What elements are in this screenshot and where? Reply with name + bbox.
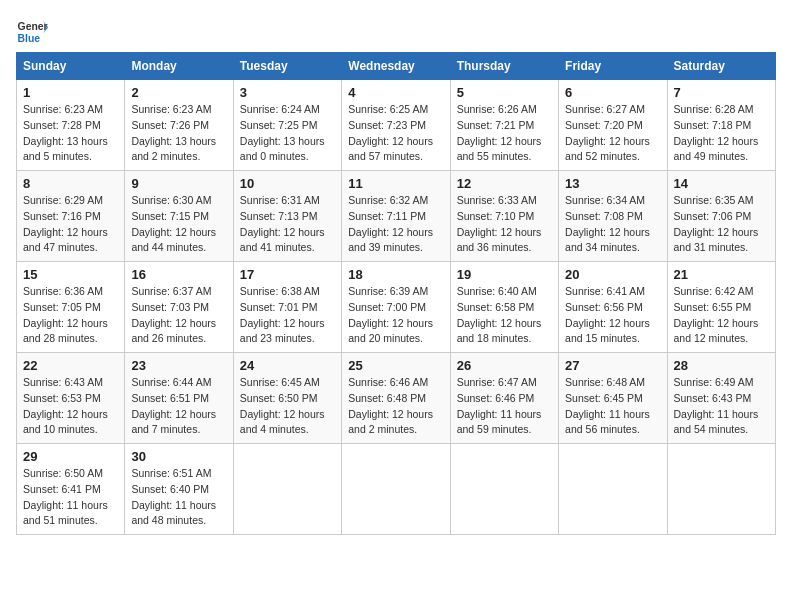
day-detail: Sunrise: 6:33 AMSunset: 7:10 PMDaylight:… <box>457 194 542 253</box>
calendar-table: SundayMondayTuesdayWednesdayThursdayFrid… <box>16 52 776 535</box>
day-number: 9 <box>131 176 226 191</box>
day-number: 6 <box>565 85 660 100</box>
day-number: 27 <box>565 358 660 373</box>
calendar-cell: 9 Sunrise: 6:30 AMSunset: 7:15 PMDayligh… <box>125 171 233 262</box>
day-number: 7 <box>674 85 769 100</box>
calendar-cell: 8 Sunrise: 6:29 AMSunset: 7:16 PMDayligh… <box>17 171 125 262</box>
day-number: 22 <box>23 358 118 373</box>
calendar-cell: 21 Sunrise: 6:42 AMSunset: 6:55 PMDaylig… <box>667 262 775 353</box>
weekday-header-cell: Sunday <box>17 53 125 80</box>
day-detail: Sunrise: 6:50 AMSunset: 6:41 PMDaylight:… <box>23 467 108 526</box>
calendar-cell: 30 Sunrise: 6:51 AMSunset: 6:40 PMDaylig… <box>125 444 233 535</box>
calendar-week-row: 8 Sunrise: 6:29 AMSunset: 7:16 PMDayligh… <box>17 171 776 262</box>
day-number: 25 <box>348 358 443 373</box>
svg-text:General: General <box>18 21 48 32</box>
day-detail: Sunrise: 6:31 AMSunset: 7:13 PMDaylight:… <box>240 194 325 253</box>
calendar-cell: 12 Sunrise: 6:33 AMSunset: 7:10 PMDaylig… <box>450 171 558 262</box>
day-number: 20 <box>565 267 660 282</box>
day-detail: Sunrise: 6:23 AMSunset: 7:28 PMDaylight:… <box>23 103 108 162</box>
calendar-cell <box>450 444 558 535</box>
day-detail: Sunrise: 6:44 AMSunset: 6:51 PMDaylight:… <box>131 376 216 435</box>
weekday-header-cell: Saturday <box>667 53 775 80</box>
calendar-cell: 15 Sunrise: 6:36 AMSunset: 7:05 PMDaylig… <box>17 262 125 353</box>
day-number: 12 <box>457 176 552 191</box>
day-detail: Sunrise: 6:26 AMSunset: 7:21 PMDaylight:… <box>457 103 542 162</box>
day-number: 19 <box>457 267 552 282</box>
weekday-header-cell: Thursday <box>450 53 558 80</box>
day-number: 14 <box>674 176 769 191</box>
day-number: 2 <box>131 85 226 100</box>
weekday-header-row: SundayMondayTuesdayWednesdayThursdayFrid… <box>17 53 776 80</box>
day-number: 17 <box>240 267 335 282</box>
calendar-cell: 18 Sunrise: 6:39 AMSunset: 7:00 PMDaylig… <box>342 262 450 353</box>
day-detail: Sunrise: 6:28 AMSunset: 7:18 PMDaylight:… <box>674 103 759 162</box>
day-detail: Sunrise: 6:24 AMSunset: 7:25 PMDaylight:… <box>240 103 325 162</box>
calendar-cell: 2 Sunrise: 6:23 AMSunset: 7:26 PMDayligh… <box>125 80 233 171</box>
day-number: 13 <box>565 176 660 191</box>
day-detail: Sunrise: 6:46 AMSunset: 6:48 PMDaylight:… <box>348 376 433 435</box>
calendar-cell <box>667 444 775 535</box>
calendar-cell: 27 Sunrise: 6:48 AMSunset: 6:45 PMDaylig… <box>559 353 667 444</box>
day-number: 16 <box>131 267 226 282</box>
day-detail: Sunrise: 6:40 AMSunset: 6:58 PMDaylight:… <box>457 285 542 344</box>
day-detail: Sunrise: 6:38 AMSunset: 7:01 PMDaylight:… <box>240 285 325 344</box>
day-number: 4 <box>348 85 443 100</box>
day-number: 1 <box>23 85 118 100</box>
day-detail: Sunrise: 6:35 AMSunset: 7:06 PMDaylight:… <box>674 194 759 253</box>
day-detail: Sunrise: 6:25 AMSunset: 7:23 PMDaylight:… <box>348 103 433 162</box>
day-detail: Sunrise: 6:27 AMSunset: 7:20 PMDaylight:… <box>565 103 650 162</box>
day-number: 28 <box>674 358 769 373</box>
day-number: 8 <box>23 176 118 191</box>
calendar-cell: 7 Sunrise: 6:28 AMSunset: 7:18 PMDayligh… <box>667 80 775 171</box>
calendar-cell <box>233 444 341 535</box>
logo-icon: General Blue <box>16 16 48 48</box>
calendar-cell: 26 Sunrise: 6:47 AMSunset: 6:46 PMDaylig… <box>450 353 558 444</box>
calendar-cell: 28 Sunrise: 6:49 AMSunset: 6:43 PMDaylig… <box>667 353 775 444</box>
calendar-cell: 13 Sunrise: 6:34 AMSunset: 7:08 PMDaylig… <box>559 171 667 262</box>
calendar-cell: 22 Sunrise: 6:43 AMSunset: 6:53 PMDaylig… <box>17 353 125 444</box>
calendar-cell: 16 Sunrise: 6:37 AMSunset: 7:03 PMDaylig… <box>125 262 233 353</box>
weekday-header-cell: Monday <box>125 53 233 80</box>
day-number: 5 <box>457 85 552 100</box>
day-detail: Sunrise: 6:32 AMSunset: 7:11 PMDaylight:… <box>348 194 433 253</box>
day-number: 30 <box>131 449 226 464</box>
day-detail: Sunrise: 6:39 AMSunset: 7:00 PMDaylight:… <box>348 285 433 344</box>
calendar-cell: 1 Sunrise: 6:23 AMSunset: 7:28 PMDayligh… <box>17 80 125 171</box>
day-number: 29 <box>23 449 118 464</box>
day-detail: Sunrise: 6:29 AMSunset: 7:16 PMDaylight:… <box>23 194 108 253</box>
calendar-cell: 24 Sunrise: 6:45 AMSunset: 6:50 PMDaylig… <box>233 353 341 444</box>
day-number: 15 <box>23 267 118 282</box>
day-detail: Sunrise: 6:43 AMSunset: 6:53 PMDaylight:… <box>23 376 108 435</box>
weekday-header-cell: Friday <box>559 53 667 80</box>
day-detail: Sunrise: 6:45 AMSunset: 6:50 PMDaylight:… <box>240 376 325 435</box>
day-detail: Sunrise: 6:30 AMSunset: 7:15 PMDaylight:… <box>131 194 216 253</box>
calendar-cell: 29 Sunrise: 6:50 AMSunset: 6:41 PMDaylig… <box>17 444 125 535</box>
calendar-cell <box>559 444 667 535</box>
day-detail: Sunrise: 6:51 AMSunset: 6:40 PMDaylight:… <box>131 467 216 526</box>
logo: General Blue <box>16 16 48 48</box>
calendar-week-row: 15 Sunrise: 6:36 AMSunset: 7:05 PMDaylig… <box>17 262 776 353</box>
day-number: 21 <box>674 267 769 282</box>
calendar-cell: 14 Sunrise: 6:35 AMSunset: 7:06 PMDaylig… <box>667 171 775 262</box>
calendar-cell <box>342 444 450 535</box>
day-number: 11 <box>348 176 443 191</box>
calendar-cell: 17 Sunrise: 6:38 AMSunset: 7:01 PMDaylig… <box>233 262 341 353</box>
page-header: General Blue <box>16 16 776 48</box>
svg-text:Blue: Blue <box>18 33 41 44</box>
calendar-cell: 6 Sunrise: 6:27 AMSunset: 7:20 PMDayligh… <box>559 80 667 171</box>
day-detail: Sunrise: 6:23 AMSunset: 7:26 PMDaylight:… <box>131 103 216 162</box>
day-number: 23 <box>131 358 226 373</box>
calendar-cell: 11 Sunrise: 6:32 AMSunset: 7:11 PMDaylig… <box>342 171 450 262</box>
calendar-cell: 25 Sunrise: 6:46 AMSunset: 6:48 PMDaylig… <box>342 353 450 444</box>
day-number: 24 <box>240 358 335 373</box>
calendar-cell: 3 Sunrise: 6:24 AMSunset: 7:25 PMDayligh… <box>233 80 341 171</box>
day-detail: Sunrise: 6:36 AMSunset: 7:05 PMDaylight:… <box>23 285 108 344</box>
day-detail: Sunrise: 6:34 AMSunset: 7:08 PMDaylight:… <box>565 194 650 253</box>
day-detail: Sunrise: 6:37 AMSunset: 7:03 PMDaylight:… <box>131 285 216 344</box>
day-number: 26 <box>457 358 552 373</box>
calendar-week-row: 29 Sunrise: 6:50 AMSunset: 6:41 PMDaylig… <box>17 444 776 535</box>
calendar-cell: 20 Sunrise: 6:41 AMSunset: 6:56 PMDaylig… <box>559 262 667 353</box>
calendar-week-row: 1 Sunrise: 6:23 AMSunset: 7:28 PMDayligh… <box>17 80 776 171</box>
day-detail: Sunrise: 6:49 AMSunset: 6:43 PMDaylight:… <box>674 376 759 435</box>
calendar-cell: 10 Sunrise: 6:31 AMSunset: 7:13 PMDaylig… <box>233 171 341 262</box>
